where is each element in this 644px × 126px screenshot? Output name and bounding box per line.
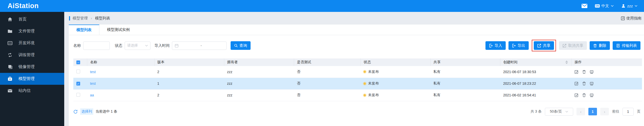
select-columns-button[interactable]: 选择列	[80, 108, 93, 115]
table-footer: 选择列 当前选中 1 条 共 3 条 50条/页 ‹ 1 › 前往 页	[73, 108, 640, 116]
chevron-down-icon	[635, 5, 637, 7]
sidebar-item-inbox[interactable]: 站内信	[0, 85, 64, 97]
selected-count-label: 当前选中 1 条	[96, 109, 117, 114]
import-icon	[489, 44, 493, 48]
sidebar-item-models[interactable]: 模型管理	[0, 73, 64, 85]
guide-icon	[621, 16, 625, 20]
delete-button[interactable]: 删除	[590, 41, 610, 50]
language-badge-icon: CN	[595, 4, 600, 8]
column-header-name: 名称	[87, 58, 154, 66]
user-guide-link[interactable]: 使用指南	[621, 16, 641, 21]
sidebar-item-training[interactable]: 训练管理	[0, 49, 64, 61]
version-cell: 2	[154, 89, 224, 101]
tab-model-test-instance[interactable]: 模型测试实例	[99, 25, 137, 35]
status-label: 未发布	[368, 81, 379, 86]
transfer-list-button-label: 传输列表	[622, 43, 637, 48]
row-checkbox[interactable]	[76, 70, 80, 73]
table-row[interactable]: aa 2 zzz 否 未发布 私有 2021-06-02 16:54:41	[73, 89, 642, 101]
tab-bar: 模型列表 模型测试实例	[69, 25, 644, 35]
sort-carets-icon[interactable]	[565, 60, 568, 64]
created-cell: 2021-06-07 18:30:53	[500, 66, 571, 78]
unshare-button[interactable]: 取消共享	[559, 41, 587, 50]
delete-row-icon[interactable]	[582, 93, 586, 97]
breadcrumb-separator: ›	[91, 16, 92, 20]
select-all-checkbox[interactable]: –	[76, 60, 80, 64]
chevron-down-icon	[565, 111, 568, 113]
version-cell: 1	[154, 78, 224, 89]
page-size-select[interactable]: 50条/页	[545, 108, 573, 116]
breadcrumb-current: 模型列表	[95, 16, 110, 21]
goto-suffix-label: 页	[637, 109, 640, 114]
code-window-icon	[8, 41, 12, 46]
publish-icon[interactable]	[590, 93, 594, 97]
share-button[interactable]: 共享	[534, 41, 554, 50]
row-checkbox[interactable]: ✓	[76, 82, 80, 86]
sidebar-item-dev-env[interactable]: 开发环境	[0, 37, 64, 49]
folder-icon	[8, 29, 12, 34]
edit-icon[interactable]	[574, 81, 579, 86]
row-checkbox[interactable]	[76, 93, 80, 97]
column-header-created: 创建时间	[503, 60, 518, 65]
search-button[interactable]: 查询	[231, 41, 251, 50]
edit-icon[interactable]	[574, 70, 579, 74]
sidebar-item-images[interactable]: 镜像管理	[0, 61, 64, 73]
user-icon	[621, 4, 626, 8]
language-switcher[interactable]: CN 中文	[595, 4, 614, 8]
messages-button[interactable]	[582, 4, 587, 8]
publish-icon[interactable]	[590, 81, 594, 86]
content-card: 模型列表 模型测试实例 名称 状态 请选择 导入时间	[69, 25, 644, 126]
status-filter-label: 状态	[115, 43, 122, 48]
image-layers-icon	[8, 65, 12, 69]
sidebar-item-label: 站内信	[18, 88, 31, 93]
delete-row-icon[interactable]	[582, 70, 586, 74]
breadcrumb-accent-bar	[69, 16, 70, 20]
prev-page-button[interactable]: ‹	[576, 108, 585, 115]
created-cell: 2021-06-07 18:23:22	[500, 78, 571, 89]
table-row[interactable]: test 2 zzz 否 未发布 私有 2021-06-07 18:30:53	[73, 66, 642, 78]
edit-icon[interactable]	[574, 93, 579, 97]
app-logo: AiStation	[8, 2, 39, 10]
publish-icon[interactable]	[590, 70, 594, 74]
sidebar-item-home[interactable]: 首页	[0, 13, 64, 25]
export-icon	[512, 44, 516, 48]
mail-icon	[582, 4, 587, 8]
share-icon	[537, 44, 541, 48]
status-label: 未发布	[368, 70, 379, 74]
status-label: 未发布	[368, 93, 379, 97]
owner-cell: zzz	[224, 66, 294, 78]
sidebar-item-files[interactable]: 文件管理	[0, 25, 64, 37]
sidebar-item-label: 镜像管理	[18, 64, 35, 70]
page-size-value: 50条/页	[550, 109, 562, 114]
share-cell: 私有	[430, 78, 500, 89]
export-button-label: 导出	[518, 43, 525, 48]
user-menu[interactable]: zzz	[621, 4, 638, 8]
status-filter-select[interactable]: 请选择	[125, 41, 150, 50]
export-button[interactable]: 导出	[508, 41, 529, 50]
share-button-label: 共享	[543, 43, 550, 48]
model-name-link[interactable]: aa	[90, 93, 94, 97]
version-cell: 2	[154, 66, 224, 78]
transfer-list-button[interactable]: 传输列表	[613, 41, 640, 50]
tested-cell: 否	[294, 66, 361, 78]
transfer-list-icon	[616, 44, 620, 48]
import-time-filter-label: 导入时间	[154, 43, 170, 48]
calendar-icon	[175, 44, 179, 48]
name-filter-input[interactable]	[83, 41, 110, 50]
next-page-button[interactable]: ›	[600, 108, 609, 115]
sidebar-item-label: 文件管理	[18, 29, 35, 34]
delete-row-icon[interactable]	[582, 81, 586, 86]
goto-page-input[interactable]	[623, 108, 634, 116]
envelope-icon	[8, 88, 12, 93]
refresh-icon[interactable]	[73, 110, 78, 114]
current-page-button[interactable]: 1	[588, 108, 597, 115]
share-cell: 私有	[430, 66, 500, 78]
search-icon	[234, 44, 238, 47]
table-row-selected[interactable]: ✓ test 1 zzz 否 未发布 私有 2021-06-07 18:23:2…	[73, 78, 642, 89]
tab-model-list[interactable]: 模型列表	[69, 25, 99, 35]
status-dot	[364, 94, 366, 96]
import-button[interactable]: 导入	[485, 41, 506, 50]
import-time-range-picker[interactable]: -	[172, 41, 227, 50]
model-name-link[interactable]: test	[90, 70, 96, 74]
breadcrumb-parent[interactable]: 模型管理	[73, 16, 88, 21]
model-name-link[interactable]: test	[90, 81, 96, 86]
